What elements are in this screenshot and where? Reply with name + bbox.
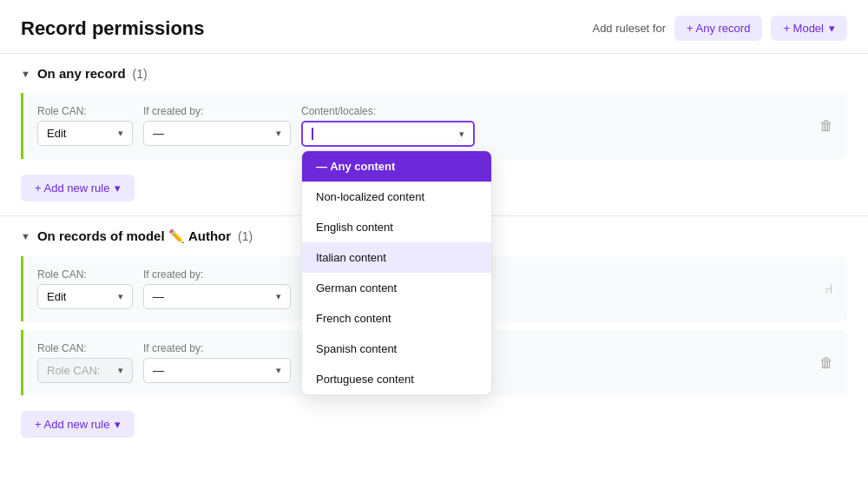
dropdown-item[interactable]: Portuguese content: [302, 364, 491, 394]
role-can-select-a2[interactable]: Role CAN: ▾: [37, 358, 133, 383]
chevron-icon: ▼: [21, 231, 30, 241]
if-created-group-a2: If created by: — ▾: [143, 342, 291, 383]
section-any-record-title: On any record: [37, 66, 126, 81]
duplicate-rule-button[interactable]: ⑁: [825, 281, 833, 297]
if-created-value-a2: —: [153, 364, 164, 377]
if-created-group: If created by: — ▾: [143, 105, 291, 146]
add-rule-label-2: + Add new rule: [35, 418, 109, 431]
chevron-down-icon: ▾: [118, 128, 123, 139]
chevron-down-icon: ▾: [115, 418, 121, 431]
role-can-group: Role CAN: Edit ▾: [37, 105, 133, 146]
role-can-group-a1: Role CAN: Edit ▾: [37, 268, 133, 309]
dropdown-item[interactable]: Non-localized content: [302, 182, 491, 212]
role-can-label-a2: Role CAN:: [37, 342, 133, 354]
chevron-down-icon: ▾: [276, 365, 281, 376]
dropdown-item[interactable]: English content: [302, 212, 491, 242]
add-any-record-button[interactable]: + Any record: [674, 16, 762, 41]
if-created-select[interactable]: — ▾: [143, 121, 291, 146]
role-can-select[interactable]: Edit ▾: [37, 121, 133, 146]
model-name: Author: [188, 228, 231, 243]
add-ruleset-label: Add ruleset for: [592, 22, 666, 35]
content-locales-label: Content/locales:: [301, 105, 475, 117]
section-model-title: On records of model ✏️ Author: [37, 228, 231, 244]
add-model-label: + Model: [783, 22, 824, 35]
if-created-value-a1: —: [153, 290, 164, 303]
role-can-value-a1: Edit: [47, 290, 66, 303]
dropdown-item[interactable]: Italian content: [302, 242, 491, 273]
content-locales-dropdown: — Any contentNon-localized contentEnglis…: [301, 150, 492, 395]
chevron-down-icon: ▾: [276, 291, 281, 302]
delete-rule-button-a2[interactable]: 🗑: [819, 355, 833, 371]
chevron-icon: ▼: [21, 69, 30, 79]
model-emoji: ✏️: [168, 228, 185, 243]
if-created-value: —: [153, 127, 164, 140]
if-created-group-a1: If created by: — ▾: [143, 268, 291, 309]
role-can-select-a1[interactable]: Edit ▾: [37, 284, 133, 309]
if-created-label: If created by:: [143, 105, 291, 117]
delete-rule-button[interactable]: 🗑: [819, 118, 833, 134]
add-rule-button-section1[interactable]: + Add new rule ▾: [21, 175, 135, 202]
dropdown-item[interactable]: Spanish content: [302, 334, 491, 364]
page-title: Record permissions: [21, 17, 205, 40]
dropdown-item[interactable]: French content: [302, 303, 491, 334]
dropdown-item[interactable]: — Any content: [302, 151, 491, 182]
chevron-down-icon: ▾: [118, 365, 123, 376]
if-created-label-a1: If created by:: [143, 268, 291, 281]
add-rule-button-section2[interactable]: + Add new rule ▾: [21, 411, 135, 438]
chevron-down-icon: ▾: [276, 128, 281, 139]
content-locales-group: Content/locales: ▾ — Any contentNon-loca…: [301, 105, 475, 147]
if-created-select-a1[interactable]: — ▾: [143, 284, 291, 309]
section-any-record-count: (1): [133, 67, 148, 81]
role-can-group-a2: Role CAN: Role CAN: ▾: [37, 342, 133, 383]
role-can-label: Role CAN:: [37, 105, 133, 117]
chevron-down-icon: ▾: [118, 291, 123, 302]
add-model-button[interactable]: + Model ▾: [771, 16, 847, 41]
chevron-down-icon: ▾: [829, 22, 835, 35]
content-locales-select[interactable]: ▾: [301, 121, 475, 147]
header-actions: Add ruleset for + Any record + Model ▾: [592, 16, 847, 41]
section-any-record: ▼ On any record (1) Role CAN: Edit ▾ If …: [0, 53, 868, 215]
pipe-icon: [312, 128, 313, 140]
chevron-down-icon: ▾: [115, 182, 121, 195]
section-model-title-text: On records of model: [37, 228, 165, 243]
add-rule-label: + Add new rule: [35, 182, 109, 195]
role-can-label-a1: Role CAN:: [37, 268, 133, 281]
role-can-placeholder-a2: Role CAN:: [47, 364, 100, 377]
section-any-record-header[interactable]: ▼ On any record (1): [0, 54, 868, 93]
rule-card-any-record: Role CAN: Edit ▾ If created by: — ▾ Cont…: [21, 93, 847, 159]
role-can-value: Edit: [47, 127, 66, 140]
section-model-count: (1): [238, 229, 253, 243]
rule-fields: Role CAN: Edit ▾ If created by: — ▾ Cont…: [37, 105, 833, 147]
dropdown-item[interactable]: German content: [302, 273, 491, 303]
page-header: Record permissions Add ruleset for + Any…: [0, 0, 868, 53]
chevron-down-icon: ▾: [459, 129, 464, 140]
if-created-select-a2[interactable]: — ▾: [143, 358, 291, 383]
if-created-label-a2: If created by:: [143, 342, 291, 354]
